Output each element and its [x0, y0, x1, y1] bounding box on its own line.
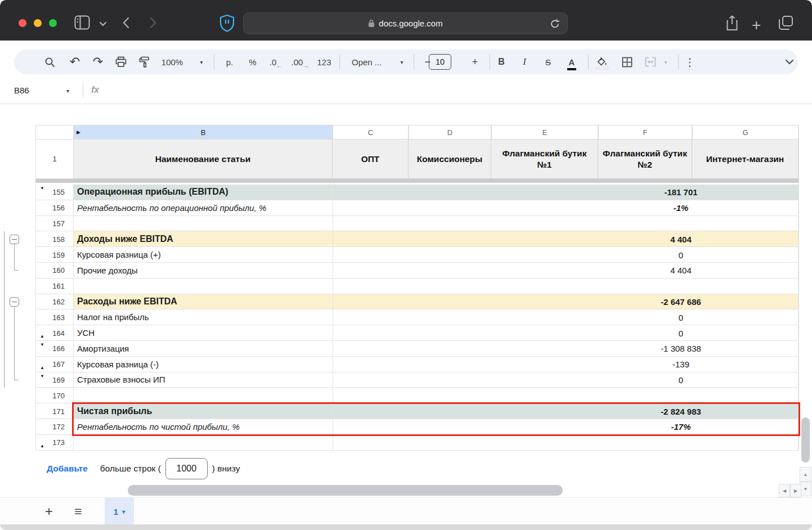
row-header-169[interactable]: 169▼ [35, 372, 74, 388]
scroll-up-button[interactable]: ▲ [800, 467, 811, 482]
percent-format-button[interactable]: % [244, 50, 261, 74]
hidden-rows-up-icon[interactable]: ▲ [40, 366, 44, 370]
more-toolbar-icon[interactable]: ⋮ [683, 50, 697, 74]
column-header-E[interactable]: E [491, 125, 598, 140]
row-value-cell[interactable] [333, 435, 798, 451]
font-size-input[interactable]: 10 [429, 54, 451, 70]
row-label-cell[interactable]: Курсовая разница (+) [74, 247, 333, 263]
row-value-cell[interactable]: -139 [333, 357, 798, 372]
row-header-160[interactable]: 160 [35, 263, 74, 279]
row-header-155[interactable]: 155▼ [35, 185, 74, 200]
row-label-cell[interactable]: Доходы ниже EBITDA [74, 231, 333, 247]
increase-font-size-button[interactable]: + [468, 50, 482, 74]
row-header-162[interactable]: 162 [35, 294, 74, 310]
row-label-cell[interactable] [74, 388, 333, 403]
scroll-left-button[interactable]: ◀ [779, 484, 790, 497]
zoom-select[interactable]: 100% [156, 50, 188, 74]
italic-button[interactable]: I [517, 50, 532, 74]
row-header-157[interactable]: 157 [35, 216, 74, 232]
row-value-cell[interactable]: 4 404 [333, 231, 798, 247]
hidden-rows-down-icon[interactable]: ▼ [40, 343, 44, 347]
sidebar-chevron-down-icon[interactable] [99, 19, 107, 29]
row-header-161[interactable]: 161 [35, 279, 74, 294]
header-cell[interactable]: Интернет-магазин [692, 140, 798, 179]
row-header-173[interactable]: 173▲ [35, 435, 74, 451]
name-box[interactable]: B86 [14, 76, 29, 104]
hidden-rows-up-icon[interactable]: ▲ [40, 444, 44, 448]
row-label-cell[interactable]: Операционная прибыль (EBITDA) [74, 185, 333, 200]
header-cell[interactable]: Флагманский бутик №2 [598, 140, 692, 179]
header-cell[interactable]: Наименование статьи [74, 140, 333, 179]
vertical-scrollbar-thumb[interactable] [801, 417, 810, 462]
row-label-cell[interactable]: УСН [74, 325, 333, 341]
row-header-163[interactable]: 163 [35, 309, 74, 325]
minimize-window-button[interactable] [34, 19, 42, 27]
row-value-cell[interactable]: 0 [333, 372, 798, 388]
row-value-cell[interactable] [333, 216, 798, 232]
redo-icon[interactable]: ↷ [89, 50, 106, 74]
zoom-window-button[interactable] [49, 19, 57, 27]
row-header-164[interactable]: 164▲ [35, 325, 74, 341]
row-label-cell[interactable]: Курсовая разница (-) [74, 357, 333, 372]
column-header-F[interactable]: F [598, 125, 692, 140]
new-tab-button[interactable]: + [752, 16, 761, 34]
row-value-cell[interactable] [333, 279, 798, 294]
column-header-B[interactable]: B▶ [74, 125, 333, 140]
text-color-button[interactable]: A [564, 50, 580, 74]
hide-menus-chevron-icon[interactable] [779, 50, 800, 74]
hidden-rows-down-icon[interactable]: ▼ [40, 186, 44, 191]
sheet-tab-1[interactable]: 1 ▾ [105, 498, 134, 525]
header-cell[interactable]: Комиссионеры [409, 140, 491, 179]
add-rows-button[interactable]: Добавьте [47, 464, 88, 474]
font-select[interactable]: Open ... [347, 50, 392, 74]
row-label-cell[interactable] [74, 435, 333, 451]
row-value-cell[interactable]: 0 [333, 309, 798, 325]
row-label-cell[interactable] [74, 279, 333, 294]
content-blocker-shield-icon[interactable] [219, 14, 235, 34]
fill-color-icon[interactable] [594, 50, 610, 74]
back-button[interactable] [123, 17, 129, 31]
tab-overview-icon[interactable] [778, 15, 793, 33]
row-value-cell[interactable]: -181 701 [333, 185, 798, 200]
column-header-G[interactable]: G [692, 125, 798, 140]
sidebar-toggle-icon[interactable] [74, 15, 90, 32]
name-box-caret-icon[interactable]: ▾ [66, 88, 69, 94]
undo-icon[interactable]: ↶ [66, 50, 83, 74]
column-header-D[interactable]: D [409, 125, 491, 140]
search-icon[interactable] [41, 50, 58, 74]
row-value-cell[interactable]: -1 308 838 [333, 341, 798, 357]
add-rows-count-input[interactable] [165, 458, 208, 479]
row-label-cell[interactable]: Налог на прибыль [74, 309, 333, 325]
row-label-cell[interactable]: Рентабельность по операционной прибыли, … [74, 200, 333, 216]
paint-format-icon[interactable] [136, 50, 152, 74]
select-all-corner[interactable] [35, 125, 74, 140]
row-header-172[interactable]: 172 [35, 419, 74, 435]
more-formats-button[interactable]: 123 [314, 50, 334, 74]
forward-button[interactable] [150, 17, 156, 31]
scroll-down-button[interactable]: ▼ [800, 482, 811, 496]
close-window-button[interactable] [19, 19, 26, 27]
row-header-159[interactable]: 159 [35, 247, 74, 263]
bold-button[interactable]: B [494, 50, 509, 74]
increase-decimal-button[interactable]: .00→ [289, 50, 311, 74]
scroll-right-button[interactable]: ▶ [790, 484, 801, 497]
row-value-cell[interactable]: -2 647 686 [333, 294, 798, 310]
print-icon[interactable] [113, 50, 129, 74]
currency-format-button[interactable]: р. [221, 50, 238, 74]
add-sheet-button[interactable]: + [41, 498, 57, 525]
hidden-rows-down-icon[interactable]: ▼ [40, 374, 44, 379]
row-label-cell[interactable] [74, 216, 333, 232]
row-header-170[interactable]: 170 [35, 388, 74, 403]
merge-cells-icon[interactable] [643, 50, 658, 74]
row-value-cell[interactable]: 0 [333, 325, 798, 341]
row-label-cell[interactable]: Расходы ниже EBITDA [74, 294, 333, 310]
row-label-cell[interactable]: Амортизация [74, 341, 333, 357]
reload-icon[interactable] [549, 18, 560, 32]
hidden-column-a-icon[interactable]: ▶ [77, 129, 80, 135]
horizontal-scrollbar-thumb[interactable] [128, 485, 563, 496]
row-header-167[interactable]: 167▲ [35, 357, 74, 372]
row-value-cell[interactable]: -1% [333, 200, 798, 216]
row-header-171[interactable]: 171 [35, 403, 74, 419]
decrease-decimal-button[interactable]: .0← [266, 50, 285, 74]
row-header-1[interactable]: 1 [35, 140, 74, 179]
